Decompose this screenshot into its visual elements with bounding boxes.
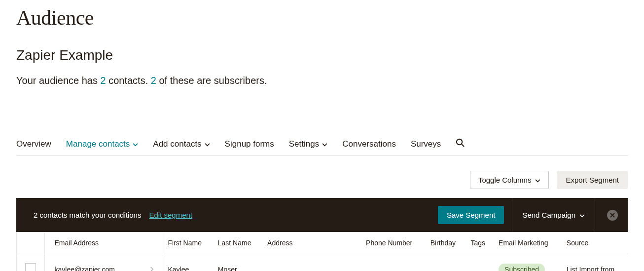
export-segment-button[interactable]: Export Segment <box>557 171 628 189</box>
header-tags[interactable]: Tags <box>465 232 494 254</box>
toggle-columns-button[interactable]: Toggle Columns <box>470 171 549 189</box>
send-campaign-button[interactable]: Send Campaign <box>520 211 587 219</box>
tabs-nav: Overview Manage contacts Add contacts Si… <box>16 138 628 156</box>
chevron-right-icon <box>150 266 154 271</box>
page-title: Audience <box>16 6 628 30</box>
tab-add-contacts[interactable]: Add contacts <box>153 139 210 149</box>
svg-point-0 <box>457 139 462 145</box>
chevron-down-icon <box>133 139 138 149</box>
header-first-name[interactable]: First Name <box>163 232 213 254</box>
contacts-table: Email Address First Name Last Name Addre… <box>17 232 628 271</box>
tab-manage-contacts-label: Manage contacts <box>66 139 130 149</box>
tab-surveys[interactable]: Surveys <box>411 139 441 149</box>
header-phone[interactable]: Phone Number <box>361 232 426 254</box>
tab-overview[interactable]: Overview <box>16 139 51 149</box>
toggle-columns-label: Toggle Columns <box>478 176 532 184</box>
header-birthday[interactable]: Birthday <box>426 232 466 254</box>
chevron-down-icon <box>535 176 540 184</box>
match-conditions-text: 2 contacts match your conditions <box>34 211 141 219</box>
tab-manage-contacts[interactable]: Manage contacts <box>66 139 138 149</box>
row-address <box>262 254 361 271</box>
row-email-cell[interactable]: kaylee@zapier.com <box>44 254 163 271</box>
tab-conversations[interactable]: Conversations <box>342 139 396 149</box>
summary-suffix: of these are subscribers. <box>156 75 267 86</box>
row-birthday <box>426 254 466 271</box>
summary-mid: contacts. <box>106 75 151 86</box>
row-phone <box>361 254 426 271</box>
summary-prefix: Your audience has <box>16 75 101 86</box>
tab-add-contacts-label: Add contacts <box>153 139 201 149</box>
table-header-row: Email Address First Name Last Name Addre… <box>17 232 628 254</box>
divider <box>512 198 512 232</box>
row-last-name: Moser <box>213 254 262 271</box>
tab-settings-label: Settings <box>289 139 319 149</box>
row-email-marketing: Subscribed <box>494 254 562 271</box>
chevron-down-icon <box>579 211 585 219</box>
header-email-marketing[interactable]: Email Marketing <box>494 232 562 254</box>
chevron-down-icon <box>322 139 327 149</box>
send-campaign-label: Send Campaign <box>522 211 575 219</box>
audience-name: Zapier Example <box>16 47 628 63</box>
save-segment-button[interactable]: Save Segment <box>438 206 504 224</box>
contacts-count[interactable]: 2 <box>101 75 106 86</box>
chevron-down-icon <box>205 139 210 149</box>
search-icon[interactable] <box>456 138 465 150</box>
header-address[interactable]: Address <box>262 232 361 254</box>
table-row[interactable]: kaylee@zapier.com Kaylee Moser Subscribe… <box>17 254 628 271</box>
segment-bar: 2 contacts match your conditions Edit se… <box>16 198 628 232</box>
audience-summary: Your audience has 2 contacts. 2 of these… <box>16 75 628 86</box>
subscribers-count[interactable]: 2 <box>151 75 156 86</box>
status-badge: Subscribed <box>499 264 545 271</box>
header-source[interactable]: Source <box>562 232 628 254</box>
tab-settings[interactable]: Settings <box>289 139 327 149</box>
header-last-name[interactable]: Last Name <box>213 232 262 254</box>
row-first-name: Kaylee <box>163 254 213 271</box>
header-checkbox <box>17 232 44 254</box>
edit-segment-link[interactable]: Edit segment <box>149 211 192 219</box>
row-email: kaylee@zapier.com <box>55 266 115 271</box>
svg-line-1 <box>462 144 465 147</box>
row-tags <box>465 254 494 271</box>
row-checkbox-cell <box>17 254 44 271</box>
row-checkbox[interactable] <box>25 263 36 271</box>
actions-row: Toggle Columns Export Segment <box>16 171 628 189</box>
close-icon[interactable] <box>607 210 618 221</box>
row-source: List Import from <box>562 254 628 271</box>
tab-signup-forms[interactable]: Signup forms <box>225 139 274 149</box>
header-email[interactable]: Email Address <box>44 232 163 254</box>
divider <box>595 198 595 232</box>
